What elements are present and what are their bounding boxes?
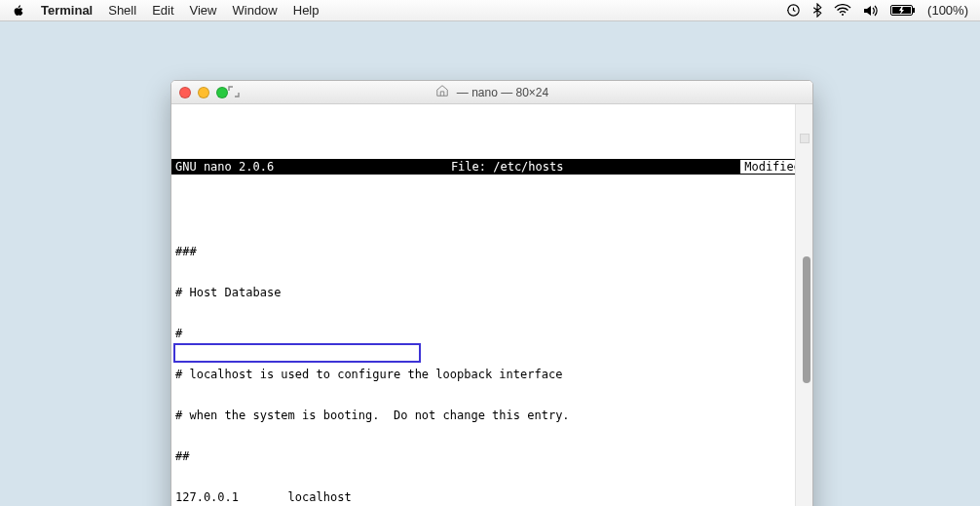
apple-logo-icon[interactable] xyxy=(12,4,25,18)
battery-percent: (100%) xyxy=(927,3,968,18)
window-titlebar[interactable]: — nano — 80×24 xyxy=(171,81,812,104)
buffer-line: ## xyxy=(175,449,791,463)
menu-view[interactable]: View xyxy=(190,3,217,18)
window-title: — nano — 80×24 xyxy=(457,86,548,99)
menu-app-name[interactable]: Terminal xyxy=(41,3,93,18)
nano-version: GNU nano 2.0.6 xyxy=(175,160,274,174)
menu-help[interactable]: Help xyxy=(293,3,320,18)
window-minimize-button[interactable] xyxy=(198,87,209,98)
terminal-content[interactable]: GNU nano 2.0.6 File: /etc/hosts Modified… xyxy=(171,104,812,506)
nano-file-label: File: /etc/hosts xyxy=(274,160,740,174)
time-machine-icon[interactable] xyxy=(786,3,801,18)
maximize-icon[interactable] xyxy=(228,84,240,101)
buffer-line: # localhost is used to configure the loo… xyxy=(175,368,791,381)
scroll-button-icon[interactable] xyxy=(800,134,810,143)
overlay-scrollbar[interactable] xyxy=(803,256,810,383)
home-icon xyxy=(435,84,449,100)
terminal-window: — nano — 80×24 GNU nano 2.0.6 File: /etc… xyxy=(170,80,813,506)
buffer-line: # Host Database xyxy=(175,286,791,299)
window-zoom-button[interactable] xyxy=(216,87,228,98)
window-close-button[interactable] xyxy=(179,87,191,98)
wifi-icon[interactable] xyxy=(834,4,851,17)
menu-shell[interactable]: Shell xyxy=(108,3,136,18)
bluetooth-icon[interactable] xyxy=(812,3,822,18)
buffer-line: # xyxy=(175,327,791,340)
nano-buffer[interactable]: ### # Host Database # # localhost is use… xyxy=(171,215,795,506)
buffer-line: # when the system is booting. Do not cha… xyxy=(175,409,791,422)
battery-icon[interactable] xyxy=(890,4,916,17)
buffer-line: 127.0.0.1 localhost xyxy=(175,490,791,504)
buffer-line: ### xyxy=(175,245,791,258)
menu-edit[interactable]: Edit xyxy=(152,3,173,18)
menu-window[interactable]: Window xyxy=(233,3,278,18)
highlight-annotation xyxy=(173,343,421,363)
volume-icon[interactable] xyxy=(863,4,879,18)
mac-menubar: Terminal Shell Edit View Window Help (10… xyxy=(0,0,980,21)
svg-rect-3 xyxy=(913,8,915,13)
nano-titlebar: GNU nano 2.0.6 File: /etc/hosts Modified xyxy=(171,159,812,175)
